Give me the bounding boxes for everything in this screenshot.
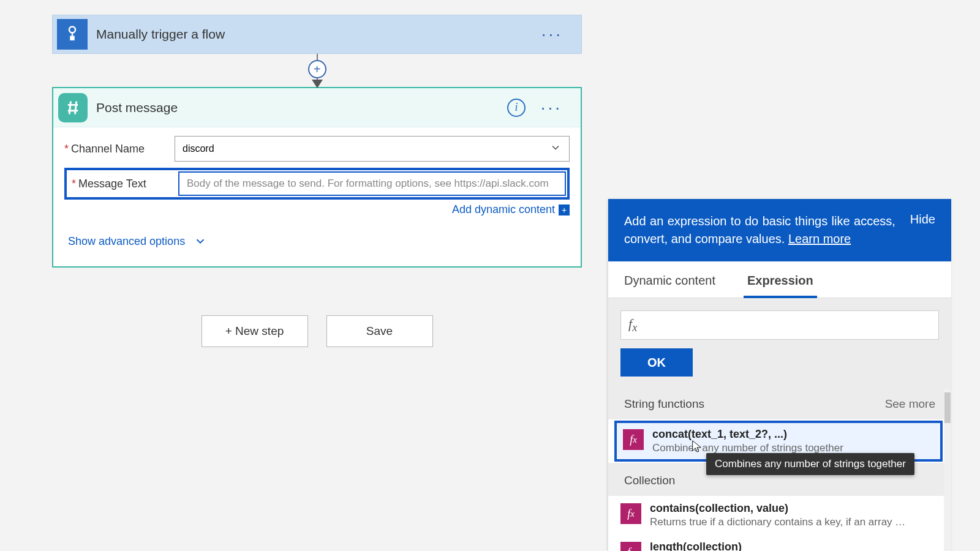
section-title: String functions bbox=[624, 397, 704, 411]
cursor-icon bbox=[690, 438, 704, 455]
hide-panel-button[interactable]: Hide bbox=[910, 212, 935, 248]
channel-name-select[interactable]: discord bbox=[175, 136, 570, 162]
action-title: Post message bbox=[96, 100, 178, 115]
slack-hash-icon bbox=[58, 93, 88, 122]
svg-point-0 bbox=[69, 27, 75, 33]
section-title: Collection bbox=[624, 474, 675, 487]
new-step-button[interactable]: + New step bbox=[202, 315, 308, 347]
learn-more-link[interactable]: Learn more bbox=[788, 232, 851, 246]
save-button[interactable]: Save bbox=[326, 315, 433, 347]
action-ellipsis-icon[interactable]: ··· bbox=[541, 99, 562, 116]
fx-badge-icon: fx bbox=[620, 503, 641, 524]
function-desc: Returns true if a dictionary contains a … bbox=[650, 516, 907, 528]
add-step-inline-icon[interactable]: + bbox=[308, 60, 326, 78]
section-string-functions: String functions See more bbox=[608, 389, 951, 419]
panel-tabs: Dynamic content Expression bbox=[608, 261, 951, 298]
manual-trigger-icon bbox=[57, 19, 88, 50]
panel-header: Add an expression to do basic things lik… bbox=[608, 199, 951, 261]
function-name: length(collection) bbox=[650, 541, 891, 551]
function-name: concat(text_1, text_2?, ...) bbox=[652, 428, 843, 441]
fx-icon: fx bbox=[628, 316, 637, 334]
info-icon[interactable]: i bbox=[507, 99, 526, 117]
show-advanced-options[interactable]: Show advanced options bbox=[68, 234, 570, 248]
trigger-card[interactable]: Manually trigger a flow ··· bbox=[52, 15, 582, 54]
action-header[interactable]: Post message i ··· bbox=[53, 88, 581, 127]
see-more-string[interactable]: See more bbox=[885, 397, 935, 411]
chevron-down-icon bbox=[194, 234, 207, 248]
expression-input[interactable]: fx bbox=[620, 310, 939, 340]
tab-dynamic-content[interactable]: Dynamic content bbox=[608, 261, 731, 298]
add-dynamic-content-link[interactable]: Add dynamic content+ bbox=[64, 203, 570, 216]
trigger-ellipsis-icon[interactable]: ··· bbox=[541, 26, 563, 43]
ok-button[interactable]: OK bbox=[620, 348, 693, 377]
fx-badge-icon: fx bbox=[623, 429, 644, 450]
trigger-title: Manually trigger a flow bbox=[96, 27, 225, 42]
action-card: Post message i ··· *Channel Name discord bbox=[52, 87, 582, 268]
tab-expression[interactable]: Expression bbox=[731, 261, 829, 298]
fx-badge-icon: fx bbox=[620, 542, 641, 551]
function-length[interactable]: fx length(collection) Returns the number… bbox=[608, 534, 951, 551]
arrow-down-icon bbox=[312, 80, 323, 88]
message-text-label: *Message Text bbox=[68, 178, 178, 190]
connector: + bbox=[52, 54, 582, 87]
scrollbar[interactable] bbox=[944, 389, 951, 551]
channel-name-label: *Channel Name bbox=[64, 143, 175, 156]
message-text-input[interactable]: Body of the message to send. For formatt… bbox=[178, 171, 566, 196]
tooltip: Combines any number of strings together bbox=[706, 453, 914, 475]
panel-description: Add an expression to do basic things lik… bbox=[624, 214, 895, 246]
function-desc: Combines any number of strings together bbox=[652, 442, 843, 454]
function-contains[interactable]: fx contains(collection, value) Returns t… bbox=[608, 496, 951, 534]
channel-name-value: discord bbox=[183, 143, 214, 154]
function-name: contains(collection, value) bbox=[650, 502, 907, 515]
expression-panel: Add an expression to do basic things lik… bbox=[608, 199, 951, 551]
message-text-row: *Message Text Body of the message to sen… bbox=[64, 168, 570, 200]
chevron-down-icon bbox=[549, 141, 562, 156]
dynamic-content-plus-icon: + bbox=[559, 204, 570, 216]
channel-name-row: *Channel Name discord bbox=[64, 136, 570, 162]
